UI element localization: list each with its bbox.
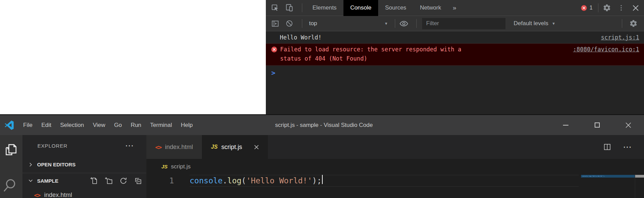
chevron-down-icon: ▼ [384, 21, 388, 26]
code-editor[interactable]: 1 console.log('Hello World!'); console.l… [146, 174, 644, 198]
collapse-all-icon[interactable] [133, 176, 142, 185]
tab-network[interactable]: Network [413, 0, 448, 16]
breadcrumb-file[interactable]: script.js [171, 163, 191, 170]
tab-label: script.js [221, 144, 242, 151]
tab-console[interactable]: Console [343, 0, 378, 16]
menu-view[interactable]: View [88, 122, 110, 129]
editor-scrollbar[interactable] [635, 174, 644, 198]
code-token: console [190, 176, 223, 185]
console-error-source-link[interactable]: :8080/favicon.ico:1 [566, 45, 639, 54]
tab-sources[interactable]: Sources [378, 0, 413, 16]
chevron-down-icon: ▼ [552, 21, 556, 26]
toolbar-separator [395, 19, 395, 28]
screen: Elements Console Sources Network » 1 [0, 0, 644, 198]
context-selector[interactable]: top ▼ [306, 20, 391, 27]
window-controls [550, 115, 644, 135]
menu-edit[interactable]: Edit [37, 122, 55, 129]
devtools-tab-strip: Elements Console Sources Network » [306, 0, 461, 16]
console-log-text: Hello World! [280, 34, 322, 41]
kebab-menu-icon[interactable] [616, 3, 626, 13]
tab-elements[interactable]: Elements [306, 0, 343, 16]
close-tab-icon[interactable] [254, 145, 259, 150]
toolbar-separator [598, 3, 598, 12]
vscode-logo-icon [4, 120, 14, 130]
file-item-index-html[interactable]: <> index.html [22, 188, 146, 198]
devtools-toolbar-right: 1 [579, 3, 641, 13]
error-icon [271, 47, 277, 52]
html-file-icon: <> [34, 192, 40, 198]
editor-actions: ⋯ [603, 135, 644, 159]
close-window-button[interactable] [613, 115, 644, 135]
js-file-icon: JS [161, 164, 167, 169]
code-line[interactable]: 1 console.log('Hello World!'); [146, 175, 644, 187]
split-editor-icon[interactable] [603, 143, 611, 151]
tab-script-js[interactable]: JS script.js [202, 135, 268, 159]
close-devtools-icon[interactable] [630, 3, 641, 13]
more-tabs-icon[interactable]: » [448, 4, 461, 12]
context-selector-value: top [309, 20, 317, 27]
folder-section[interactable]: SAMPLE [22, 173, 146, 188]
refresh-icon[interactable] [119, 176, 128, 185]
chevron-right-icon [28, 162, 33, 167]
text-cursor [322, 175, 323, 184]
minimize-icon [563, 125, 568, 126]
editor-tab-bar: <> index.html JS script.js [146, 135, 644, 159]
code-token: . [223, 176, 227, 185]
console-error-text: Failed to load resource: the server resp… [280, 45, 466, 63]
file-item-label: index.html [44, 192, 72, 198]
code-token: 'Hello World!' [246, 176, 312, 185]
scrollbar-thumb[interactable] [635, 175, 644, 178]
menu-go[interactable]: Go [110, 122, 126, 129]
console-prompt[interactable]: > [266, 66, 644, 77]
devtools-main-toolbar: Elements Console Sources Network » 1 [266, 0, 644, 16]
new-file-icon[interactable] [90, 176, 98, 185]
window-title: script.js - sample - Visual Studio Code [275, 122, 373, 129]
prompt-chevron-icon: > [271, 69, 275, 77]
maximize-button[interactable] [581, 115, 613, 135]
menu-terminal[interactable]: Terminal [146, 122, 176, 129]
menu-file[interactable]: File [19, 122, 37, 129]
vscode-titlebar: File Edit Selection View Go Run Terminal… [0, 115, 644, 135]
error-count-badge[interactable]: 1 [581, 5, 593, 11]
search-activity-icon[interactable] [3, 177, 19, 193]
menu-run[interactable]: Run [126, 122, 146, 129]
toolbar-separator [302, 3, 302, 12]
browser-viewport [0, 0, 266, 114]
log-level-dropdown[interactable]: Default levels ▼ [508, 20, 562, 27]
tab-index-html[interactable]: <> index.html [146, 135, 202, 159]
open-editors-label: OPEN EDITORS [37, 162, 76, 167]
menu-help[interactable]: Help [176, 122, 197, 129]
explorer-header: EXPLORER ⋯ [22, 135, 146, 156]
console-settings-gear-icon[interactable] [628, 18, 639, 29]
console-filter-input[interactable] [422, 18, 505, 29]
toolbar-separator [302, 19, 302, 28]
menu-selection[interactable]: Selection [56, 122, 88, 129]
html-file-icon: <> [155, 144, 161, 151]
console-error-row: Failed to load resource: the server resp… [266, 44, 644, 66]
minimize-button[interactable] [550, 115, 581, 135]
clear-console-icon[interactable] [284, 18, 294, 29]
vscode-body: EXPLORER ⋯ OPEN EDITORS SAMPLE [0, 135, 644, 198]
line-number: 1 [146, 175, 190, 187]
code-token: ; [317, 176, 322, 185]
settings-gear-icon[interactable] [602, 3, 612, 13]
error-icon [581, 5, 587, 11]
log-level-value: Default levels [514, 20, 548, 27]
console-sidebar-icon[interactable] [270, 18, 280, 29]
console-log-source-link[interactable]: script.js:1 [594, 34, 639, 41]
new-folder-icon[interactable] [104, 176, 113, 185]
device-toolbar-icon[interactable] [284, 3, 294, 13]
devtools-panel: Elements Console Sources Network » 1 [266, 0, 644, 114]
js-file-icon: JS [211, 144, 218, 150]
folder-name-label: SAMPLE [37, 178, 59, 184]
maximize-icon [595, 122, 600, 128]
open-editors-section[interactable]: OPEN EDITORS [22, 156, 146, 173]
activity-bar [0, 135, 22, 198]
toolbar-separator [416, 19, 417, 28]
inspect-element-icon[interactable] [270, 3, 280, 13]
minimap[interactable]: console.log('Hello World!'); [581, 174, 635, 198]
console-toolbar: top ▼ Default levels ▼ [266, 16, 644, 31]
explorer-activity-icon[interactable] [3, 142, 19, 158]
live-expression-eye-icon[interactable] [399, 18, 409, 29]
explorer-title: EXPLORER [37, 143, 67, 149]
